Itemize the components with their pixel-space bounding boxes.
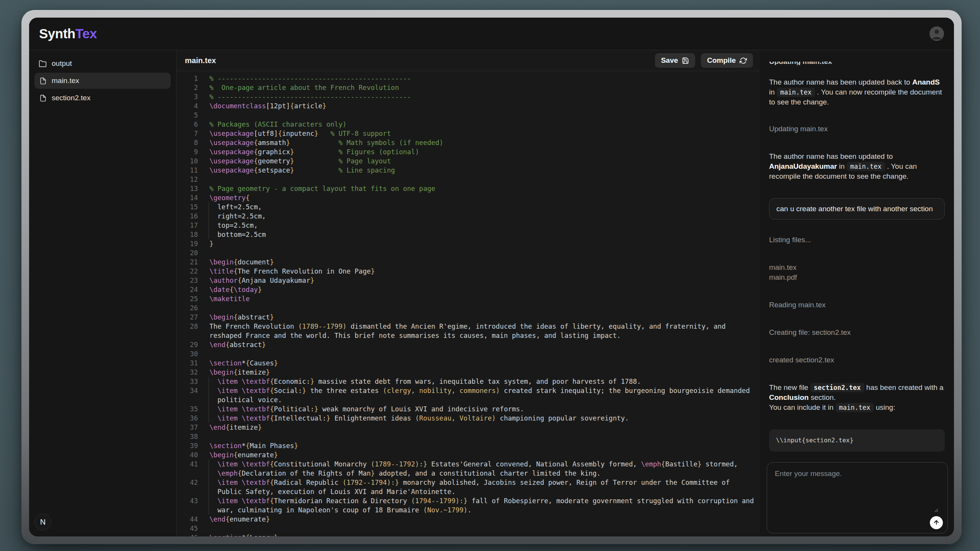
code-row[interactable]: 13% Page geometry - a compact layout tha… — [176, 184, 760, 193]
chat-code-block: \\input{section2.tex} — [769, 429, 945, 452]
code-row[interactable]: 17 top=2.5cm, — [176, 221, 760, 230]
code-row[interactable]: 32\begin{itemize} — [176, 368, 760, 377]
sidebar-item-section2-tex[interactable]: section2.tex — [34, 90, 171, 106]
save-icon — [682, 57, 689, 64]
code-line: reshaped France and the world. This brie… — [209, 331, 621, 340]
chat-status-message: Listing files... — [769, 235, 945, 245]
code-row[interactable]: 38 — [176, 432, 760, 441]
code-row[interactable]: 15 left=2.5cm, — [176, 202, 760, 212]
code-row[interactable]: 5 — [176, 111, 760, 120]
code-row[interactable]: 45 — [176, 524, 760, 533]
chat-messages: Updating main.texThe author name has bee… — [760, 50, 954, 459]
chat-rich-message: The new file section2.tex has been creat… — [769, 383, 945, 412]
code-row[interactable]: 21\begin{document} — [176, 258, 760, 267]
code-area[interactable]: 1% -------------------------------------… — [176, 71, 760, 536]
chat-status-message: Reading main.tex — [769, 300, 945, 310]
line-number: 27 — [176, 313, 198, 322]
code-row[interactable]: 42 \item \textbf{Radical Republic (1792-… — [176, 478, 760, 487]
line-number: 34 — [176, 386, 198, 395]
code-row[interactable]: 34 \item \textbf{Social:} the three esta… — [176, 386, 760, 395]
code-row[interactable]: 11\usepackage{setspace} % Line spacing — [176, 166, 760, 175]
line-number: 32 — [176, 368, 198, 377]
code-row[interactable]: 9\usepackage{graphicx} % Figures (option… — [176, 147, 760, 156]
code-row[interactable]: reshaped France and the world. This brie… — [176, 331, 760, 340]
code-row[interactable]: 28The French Revolution (1789--1799) dis… — [176, 322, 760, 331]
user-avatar[interactable] — [929, 26, 944, 41]
compile-label: Compile — [707, 56, 736, 65]
code-row[interactable]: \emph{Declaration of the Rights of Man} … — [176, 469, 760, 478]
code-row[interactable]: Public Safety, execution of Louis XVI an… — [176, 487, 760, 496]
sidebar-folder-output[interactable]: output — [34, 55, 172, 72]
code-line: % Packages (ASCII characters only) — [209, 120, 346, 129]
message-composer[interactable]: Enter your message. — [767, 462, 948, 533]
code-row[interactable]: 18 bottom=2.5cm — [176, 230, 760, 239]
code-row[interactable]: 6% Packages (ASCII characters only) — [176, 120, 760, 129]
code-row[interactable]: 30 — [176, 349, 760, 359]
chat-user-message[interactable]: can u create another tex file with anoth… — [769, 198, 945, 220]
sidebar-item-main-tex[interactable]: main.tex — [34, 73, 171, 89]
code-row[interactable]: 19} — [176, 239, 760, 248]
editor-pane: main.tex Save Compile — [176, 50, 760, 536]
line-number: 45 — [176, 524, 198, 533]
line-number: 44 — [176, 515, 198, 524]
code-row[interactable]: 26 — [176, 303, 760, 313]
code-row[interactable]: 27\begin{abstract} — [176, 313, 760, 322]
line-number: 26 — [176, 303, 198, 313]
compile-button[interactable]: Compile — [701, 53, 753, 68]
code-row[interactable]: 40\begin{enumerate} — [176, 450, 760, 460]
code-row[interactable]: 22\title{The French Revolution in One Pa… — [176, 267, 760, 276]
code-row[interactable]: 36 \item \textbf{Intellectual:} Enlighte… — [176, 414, 760, 423]
code-row[interactable]: 1% -------------------------------------… — [176, 74, 760, 83]
message-input[interactable]: Enter your message. — [775, 469, 940, 478]
code-row[interactable]: 16 right=2.5cm, — [176, 212, 760, 221]
save-button[interactable]: Save — [655, 53, 695, 68]
code-row[interactable]: 3% -------------------------------------… — [176, 92, 760, 101]
code-row[interactable]: 44\end{enumerate} — [176, 515, 760, 524]
code-row[interactable]: 10\usepackage{geometry} % Page layout — [176, 156, 760, 166]
resize-handle-icon[interactable] — [934, 507, 938, 514]
send-button[interactable] — [930, 516, 943, 529]
code-row[interactable]: 4\documentclass[12pt]{article} — [176, 101, 760, 111]
file-label: main.tex — [52, 77, 79, 85]
chat-status-message: Updating main.tex — [769, 124, 945, 134]
code-row[interactable]: 2% One-page article about the French Rev… — [176, 83, 760, 92]
code-row[interactable]: 37\end{itemize} — [176, 423, 760, 432]
editor-filename: main.tex — [185, 56, 216, 65]
line-number: 15 — [176, 202, 198, 212]
code-row[interactable]: 24\date{\today} — [176, 285, 760, 294]
code-line: \geometry{ — [209, 193, 250, 202]
code-row[interactable]: 31\section*{Causes} — [176, 359, 760, 368]
code-row[interactable]: 23\author{Anjana Udayakumar} — [176, 276, 760, 285]
code-row[interactable]: 20 — [176, 248, 760, 258]
main-area: output main.tex section2.tex — [29, 50, 954, 536]
code-row[interactable]: 25\maketitle — [176, 294, 760, 303]
code-line: \item \textbf{Economic:} massive state d… — [209, 377, 641, 386]
code-row[interactable]: political voice. — [176, 395, 760, 404]
avatar-photo-icon — [929, 26, 944, 41]
code-row[interactable]: 8\usepackage{amsmath} % Math symbols (if… — [176, 138, 760, 147]
code-row[interactable]: 7\usepackage[utf8]{inputenc} % UTF-8 sup… — [176, 129, 760, 138]
line-number: 25 — [176, 294, 198, 303]
code-row[interactable]: 41 \item \textbf{Constitutional Monarchy… — [176, 460, 760, 469]
app-window: SynthTex output — [29, 18, 954, 536]
line-number: 4 — [176, 101, 198, 111]
code-line: \usepackage{amsmath} % Math symbols (if … — [209, 138, 443, 147]
code-line: \maketitle — [209, 294, 250, 303]
code-row[interactable]: 35 \item \textbf{Political:} weak monarc… — [176, 404, 760, 414]
save-label: Save — [661, 56, 678, 65]
line-number: 22 — [176, 267, 198, 276]
code-row[interactable]: 46\section*{Legacy} — [176, 533, 760, 536]
code-row[interactable]: war, culminating in Napoleon's coup of 1… — [176, 505, 760, 515]
code-row[interactable]: 43 \item \textbf{Thermidorian Reaction &… — [176, 496, 760, 505]
code-line: \item \textbf{Social:} the three estates… — [209, 386, 750, 395]
line-number: 29 — [176, 340, 198, 349]
code-row[interactable]: 39\section*{Main Phases} — [176, 441, 760, 450]
chat-panel: Updating main.texThe author name has bee… — [760, 50, 954, 536]
code-row[interactable]: 14\geometry{ — [176, 193, 760, 202]
code-line: \section*{Legacy} — [209, 533, 278, 536]
code-row[interactable]: 12 — [176, 175, 760, 184]
line-number: 39 — [176, 441, 198, 450]
code-row[interactable]: 29\end{abstract} — [176, 340, 760, 349]
code-row[interactable]: 33 \item \textbf{Economic:} massive stat… — [176, 377, 760, 386]
nextjs-badge[interactable]: N — [34, 514, 51, 530]
